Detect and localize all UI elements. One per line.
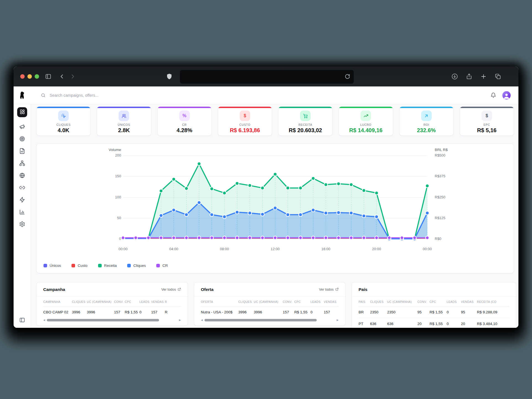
column-header: CPC [429,296,447,306]
forward-button[interactable] [70,73,76,80]
legend-item-receita[interactable]: Receita [98,264,117,268]
horizontal-scrollbar[interactable]: ◀▶ [43,318,181,322]
cursor-click-icon: `+` [58,111,69,121]
sidebar-item-network[interactable] [19,160,25,166]
kpi-value: R$ 20.603,02 [278,127,332,134]
app-header [14,86,518,104]
table-card-header: País [352,282,516,296]
table-card-oferta: OfertaVer todosOFERTACLIQUESUC (CAMPANHA… [194,282,346,326]
legend-item-únicos[interactable]: Únicos [44,264,61,268]
kpi-card-lucro[interactable]: LUCROR$ 14.409,16 [339,106,393,136]
zoom-window-button[interactable] [35,74,39,79]
kpi-card-cliques[interactable]: `+`CLIQUES4.0K [36,106,91,136]
legend-item-custo[interactable]: Custo [71,264,87,268]
breakdown-tables-row: CampanhaVer todosCAMPANHACLIQUESUC (CAMP… [36,282,514,328]
sidebar-item-zap[interactable] [19,197,25,203]
table-row[interactable]: Nutra - USA - 200$39963996157R$ 1,550157 [201,306,339,318]
minimize-window-button[interactable] [27,74,32,79]
sidebar-item-settings[interactable] [19,221,25,227]
user-avatar[interactable] [502,91,511,99]
sidebar-nav [14,104,31,328]
table-scroll-region[interactable]: PAÍSCLIQUESUC (CAMPANHA)CONV.CPCLEADSVEN… [352,296,516,328]
table-cell: R$ 9.288,09 [477,306,509,318]
sidebar-item-file-code[interactable] [19,148,25,154]
table-cell: 20 [461,318,477,328]
external-link-icon [178,288,181,292]
tab-overview-icon[interactable] [495,73,501,80]
settings-icon [19,221,25,227]
kpi-accent-bar [158,107,211,108]
kpi-accent-bar [460,107,514,108]
app-logo[interactable] [14,91,31,99]
share-icon[interactable] [466,73,472,80]
table-row[interactable]: BR2350235095R$ 1,55095R$ 9.288,09 [359,306,509,318]
kpi-card-roi[interactable]: ROI232.6% [399,106,454,136]
scroll-right-icon[interactable]: ▶ [337,319,339,321]
file-code-icon [19,148,25,154]
table-cell: 2350 [387,306,417,318]
kpi-card-cr[interactable]: %CR4.28% [157,106,212,136]
table-scroll-region[interactable]: CAMPANHACLIQUESUC (CAMPANHA)CONV.CPCLEAD… [37,296,188,318]
kpi-card-únicos[interactable]: ÚNICOS2.8K [97,106,151,136]
sidebar-item-globe[interactable] [19,172,25,178]
dog-logo-icon [19,91,26,99]
sidebar-item-bar-chart[interactable] [19,209,25,215]
kpi-label: LUCRO [339,123,393,126]
reload-icon[interactable] [344,73,351,80]
table-row[interactable]: PT63663620R$ 1,55020R$ 3.484,10 [359,318,509,328]
legend-item-cr[interactable]: CR [156,264,168,268]
kpi-cards-row: `+`CLIQUES4.0KÚNICOS2.8K%CR4.28%$CUSTOR$… [36,106,514,136]
scrollbar-track[interactable] [47,319,177,321]
search-input[interactable] [49,93,167,98]
address-bar[interactable] [180,70,354,84]
kpi-label: ROI [400,123,453,126]
collapse-sidebar-icon[interactable] [19,317,25,323]
scroll-right-icon[interactable]: ▶ [179,319,181,321]
legend-label: CR [162,264,168,268]
dashboard-main: `+`CLIQUES4.0KÚNICOS2.8K%CR4.28%$CUSTOR$… [31,104,518,328]
kpi-card-receita[interactable]: RECEITAR$ 20.603,02 [278,106,332,136]
sidebar-item-dashboard[interactable] [17,107,27,117]
new-tab-icon[interactable] [480,73,487,80]
table-row[interactable]: CBO CAMP 0239963996157R$ 1,550157R [43,306,181,318]
scrollbar-track[interactable] [204,319,335,321]
column-header: VENDAS [151,296,165,306]
legend-item-cliques[interactable]: Cliques [127,264,146,268]
traffic-chart [117,150,433,250]
table-scroll-region[interactable]: OFERTACLIQUESUC (CAMPANHA)CONV.CPCLEADSV… [194,296,345,318]
scroll-left-icon[interactable]: ◀ [201,319,203,321]
ver-todos-link[interactable]: Ver todos [319,288,339,292]
legend-swatch [44,264,47,267]
table-card-header: OfertaVer todos [194,282,345,296]
kpi-card-epc[interactable]: $EPCR$ 5,16 [460,106,514,136]
legend-swatch [127,264,131,267]
ver-todos-link[interactable]: Ver todos [161,288,181,292]
scrollbar-thumb[interactable] [47,319,159,321]
kpi-card-custo[interactable]: $CUSTOR$ 6.193,86 [218,106,272,136]
table-cell: 95 [461,306,477,318]
sidebar-item-target[interactable] [19,136,25,142]
downloads-icon[interactable] [451,73,458,80]
legend-swatch [71,264,75,267]
notifications-bell-icon[interactable] [490,92,496,98]
back-button[interactable] [58,73,65,80]
sidebar-item-megaphone[interactable] [19,124,25,130]
sidebar-item-link[interactable] [19,185,25,191]
scrollbar-thumb[interactable] [204,319,317,321]
dollar-icon: $ [240,111,250,121]
close-window-button[interactable] [20,74,25,79]
column-header: LEADS [139,296,151,306]
scroll-left-icon[interactable]: ◀ [43,319,45,321]
legend-label: Custo [78,264,87,268]
kpi-value: 4.0K [37,127,90,134]
sidebar-toggle-icon[interactable] [45,73,52,80]
legend-label: Cliques [133,264,146,268]
kpi-value: 2.8K [97,127,151,134]
legend-swatch [98,264,102,267]
kpi-value: R$ 14.409,16 [339,127,393,134]
target-icon [19,136,25,142]
column-header: UC (CAMPANHA) [387,296,417,306]
column-header: CONV. [418,296,430,306]
horizontal-scrollbar[interactable]: ◀▶ [201,318,339,322]
shield-icon[interactable] [166,73,173,80]
